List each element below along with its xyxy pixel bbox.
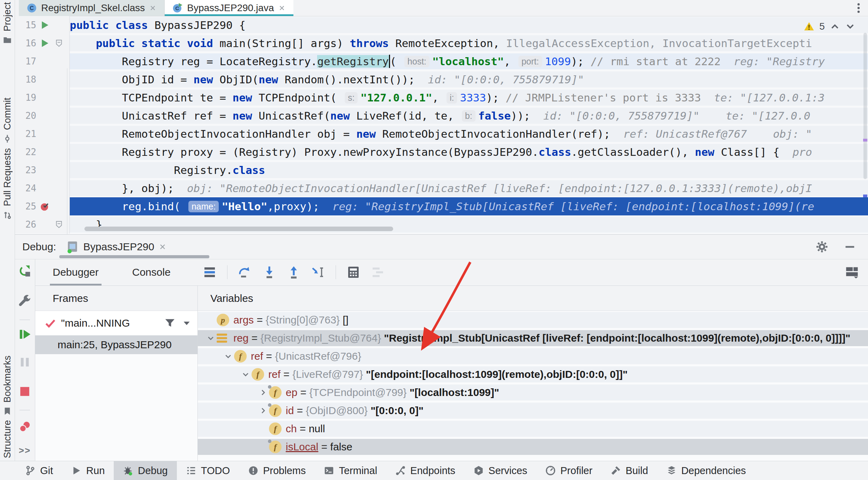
toolwindow-button-build[interactable]: Build xyxy=(601,461,657,480)
chevron-up-icon[interactable] xyxy=(830,21,840,32)
settings-wrench-icon[interactable] xyxy=(18,295,31,308)
code-line-18[interactable]: 18 ObjID id = new ObjID(new Random().nex… xyxy=(15,70,868,89)
threads-icon[interactable] xyxy=(371,265,385,279)
horizontal-scrollbar[interactable] xyxy=(84,227,393,231)
error-stripe[interactable] xyxy=(862,16,868,234)
minimize-icon[interactable] xyxy=(844,241,856,253)
gear-icon[interactable] xyxy=(816,241,828,253)
gutter[interactable]: 21 xyxy=(15,125,70,143)
variable-row-ref[interactable]: fref = {LiveRef@797} "[endpoint:[localho… xyxy=(198,365,868,383)
editor-tab-RegistryImpl_Skel.class[interactable]: CRegistryImpl_Skel.class xyxy=(19,0,165,16)
code-line-20[interactable]: 20 UnicastRef ref = new UnicastRef(new L… xyxy=(15,107,868,125)
scrollbar-thumb[interactable] xyxy=(863,33,867,179)
equals-sign: = xyxy=(297,387,309,398)
dropdown-arrow-icon[interactable] xyxy=(181,317,193,329)
funnel-icon[interactable] xyxy=(164,317,176,329)
code-editor[interactable]: 15public class BypassJEP290 {16 public s… xyxy=(15,16,868,234)
breakpoint-icon[interactable] xyxy=(40,201,50,211)
toolwindow-button-dependencies[interactable]: Dependencies xyxy=(657,461,755,480)
code-line-22[interactable]: 22 Registry proxy = (Registry) Proxy.new… xyxy=(15,143,868,161)
variable-row-isLocal[interactable]: fisLocal = false xyxy=(198,438,868,456)
gutter[interactable]: 23 xyxy=(15,161,70,179)
class-icon: C xyxy=(27,3,37,13)
stop-icon[interactable] xyxy=(18,385,31,398)
variable-row-ep[interactable]: fep = {TCPEndpoint@799} "[localhost:1099… xyxy=(198,383,868,402)
close-icon[interactable] xyxy=(158,243,167,251)
more-vertical-icon[interactable] xyxy=(853,2,865,14)
close-icon[interactable] xyxy=(278,4,286,12)
toolwindow-button-terminal[interactable]: Terminal xyxy=(315,461,386,480)
step-into-icon[interactable] xyxy=(262,265,276,279)
evaluate-expression-icon[interactable] xyxy=(346,265,360,279)
code-line-17[interactable]: 17 Registry reg = LocateRegistry.getRegi… xyxy=(15,52,868,70)
chevron-right-icon[interactable] xyxy=(257,406,269,415)
tab-console[interactable]: Console xyxy=(131,266,172,278)
toolwindow-button-todo[interactable]: TODO xyxy=(177,461,239,480)
variable-type: {TCPEndpoint@799} xyxy=(309,387,410,398)
gutter[interactable]: 15 xyxy=(15,16,70,34)
tab-debugger[interactable]: Debugger xyxy=(51,266,100,278)
fold-icon[interactable] xyxy=(54,220,63,229)
variable-row-reg[interactable]: reg = {RegistryImpl_Stub@764} "RegistryI… xyxy=(198,329,868,347)
run-to-cursor-icon[interactable] xyxy=(311,265,325,279)
more-actions-button[interactable]: >> xyxy=(19,445,31,456)
editor-tab-BypassJEP290.java[interactable]: CBypassJEP290.java xyxy=(165,0,293,16)
gutter[interactable]: 17 xyxy=(15,52,70,70)
chevron-down-icon[interactable] xyxy=(845,21,855,32)
toolwindow-button-git[interactable]: Git xyxy=(16,461,62,480)
pause-icon[interactable] xyxy=(18,356,31,369)
resume-icon[interactable] xyxy=(18,328,31,341)
code-line-24[interactable]: 24 }, obj); obj: "RemoteObjectInvocation… xyxy=(15,179,868,197)
toolwindow-button-debug[interactable]: Debug xyxy=(114,461,177,480)
toolwindow-button-endpoints[interactable]: Endpoints xyxy=(386,461,464,480)
chevron-expanded-icon[interactable] xyxy=(240,370,252,379)
run-arrow-icon[interactable] xyxy=(40,38,50,48)
sidebar-item-pull-requests[interactable]: Pull Requests xyxy=(0,148,15,220)
code-line-23[interactable]: 23 Registry.class xyxy=(15,161,868,179)
code-token: LiveRef(id, te, xyxy=(350,109,461,122)
gutter[interactable]: 24 xyxy=(15,179,70,197)
sidebar-item-bookmarks[interactable]: Bookmarks xyxy=(0,356,15,416)
variable-row-ref[interactable]: fref = {UnicastRef@796} xyxy=(198,347,868,365)
toolwindow-label: Debug xyxy=(138,465,167,477)
toolwindow-button-run[interactable]: Run xyxy=(62,461,114,480)
gutter[interactable]: 25 xyxy=(15,197,70,215)
gutter[interactable]: 18 xyxy=(15,70,70,89)
gutter[interactable]: 20 xyxy=(15,107,70,125)
toolwindow-button-problems[interactable]: Problems xyxy=(239,461,315,480)
view-breakpoints-icon[interactable] xyxy=(18,420,31,433)
sidebar-item-label: Pull Requests xyxy=(2,148,13,206)
step-over-icon[interactable] xyxy=(238,265,252,279)
run-arrow-icon[interactable] xyxy=(40,20,50,30)
gutter[interactable]: 19 xyxy=(15,89,70,107)
code-line-19[interactable]: 19 TCPEndpoint te = new TCPEndpoint( s:"… xyxy=(15,89,868,107)
code-line-15[interactable]: 15public class BypassJEP290 { xyxy=(15,16,868,34)
fold-icon[interactable] xyxy=(54,39,63,48)
layout-settings-icon[interactable] xyxy=(203,265,217,279)
restore-layout-icon[interactable] xyxy=(845,265,859,279)
gutter[interactable]: 16 xyxy=(15,34,70,52)
code-line-16[interactable]: 16 public static void main(String[] args… xyxy=(15,34,868,52)
stack-frame-item[interactable]: main:25, BypassJEP290 xyxy=(35,335,197,354)
toolwindow-button-profiler[interactable]: Profiler xyxy=(536,461,601,480)
close-icon[interactable] xyxy=(149,4,157,12)
variable-row-args[interactable]: pargs = {String[0]@763} [] xyxy=(198,311,868,329)
chevron-right-icon[interactable] xyxy=(257,388,269,397)
rerun-icon[interactable] xyxy=(18,265,31,278)
step-out-icon[interactable] xyxy=(287,265,301,279)
gutter[interactable]: 26 xyxy=(15,215,70,234)
toolwindow-label: Run xyxy=(86,465,105,477)
variable-row-ch[interactable]: fch = null xyxy=(198,420,868,438)
code-line-21[interactable]: 21 RemoteObjectInvocationHandler obj = n… xyxy=(15,125,868,143)
variable-row-id[interactable]: fid = {ObjID@800} "[0:0:0, 0]" xyxy=(198,402,868,420)
sidebar-item-commit[interactable]: Commit xyxy=(0,98,15,143)
variable-name: ref xyxy=(251,350,263,362)
gutter[interactable]: 22 xyxy=(15,143,70,161)
toolwindow-button-services[interactable]: Services xyxy=(464,461,536,480)
sidebar-item-project[interactable]: Project xyxy=(0,2,15,45)
chevron-expanded-icon[interactable] xyxy=(205,334,217,342)
code-line-25[interactable]: 25 reg.bind( name:"Hello",proxy); reg: "… xyxy=(15,197,868,215)
chevron-expanded-icon[interactable] xyxy=(222,352,234,360)
variable-name: id xyxy=(286,405,294,417)
thread-selector[interactable]: "main...NNING xyxy=(35,311,197,335)
